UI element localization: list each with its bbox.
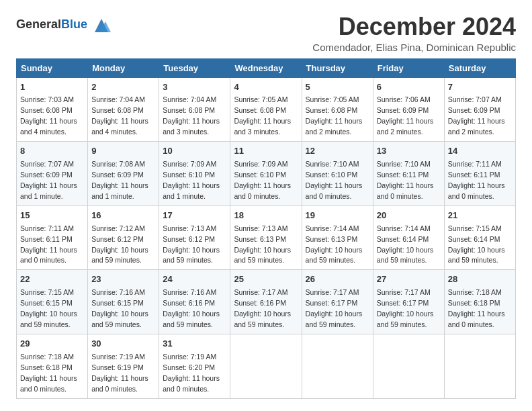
day-info: Sunrise: 7:11 AMSunset: 6:11 PMDaylight:… [20,224,77,265]
day-info: Sunrise: 7:06 AMSunset: 6:09 PMDaylight:… [377,95,434,136]
day-info: Sunrise: 7:09 AMSunset: 6:10 PMDaylight:… [234,160,291,200]
calendar-cell: 11 Sunrise: 7:09 AMSunset: 6:10 PMDaylig… [230,142,302,206]
calendar-cell: 30 Sunrise: 7:19 AMSunset: 6:19 PMDaylig… [88,334,159,398]
calendar-week-row: 8 Sunrise: 7:07 AMSunset: 6:09 PMDayligh… [17,142,516,206]
calendar-cell [373,334,444,398]
day-info: Sunrise: 7:17 AMSunset: 6:16 PMDaylight:… [234,288,291,328]
calendar-cell: 17 Sunrise: 7:13 AMSunset: 6:12 PMDaylig… [159,205,230,270]
day-info: Sunrise: 7:05 AMSunset: 6:08 PMDaylight:… [234,95,291,136]
month-title: December 2024 [312,13,516,40]
logo-blue: Blue [61,17,87,31]
calendar-week-row: 15 Sunrise: 7:11 AMSunset: 6:11 PMDaylig… [17,205,516,270]
day-number: 21 [448,210,512,222]
day-info: Sunrise: 7:04 AMSunset: 6:08 PMDaylight:… [163,95,220,136]
calendar-cell: 26 Sunrise: 7:17 AMSunset: 6:17 PMDaylig… [302,270,373,334]
title-area: December 2024 Comendador, Elias Pina, Do… [312,13,516,53]
calendar-cell: 2 Sunrise: 7:04 AMSunset: 6:08 PMDayligh… [88,77,159,142]
day-number: 9 [91,145,155,158]
weekday-header-wednesday: Wednesday [230,58,302,77]
day-number: 24 [163,273,226,286]
calendar-cell: 8 Sunrise: 7:07 AMSunset: 6:09 PMDayligh… [17,142,88,206]
calendar-cell: 29 Sunrise: 7:18 AMSunset: 6:18 PMDaylig… [17,334,88,398]
calendar-cell: 5 Sunrise: 7:05 AMSunset: 6:08 PMDayligh… [302,77,373,142]
day-number: 14 [448,145,512,158]
logo: GeneralBlue [16,16,111,35]
location-subtitle: Comendador, Elias Pina, Dominican Republ… [312,42,516,53]
calendar-cell: 19 Sunrise: 7:14 AMSunset: 6:13 PMDaylig… [302,205,373,270]
weekday-header-row: SundayMondayTuesdayWednesdayThursdayFrid… [17,58,516,77]
calendar-cell [230,334,302,398]
day-info: Sunrise: 7:13 AMSunset: 6:12 PMDaylight:… [163,224,220,265]
day-info: Sunrise: 7:07 AMSunset: 6:09 PMDaylight:… [20,160,77,200]
header: GeneralBlue December 2024 Comendador, El… [16,13,516,53]
calendar-cell: 25 Sunrise: 7:17 AMSunset: 6:16 PMDaylig… [230,270,302,334]
calendar-cell: 6 Sunrise: 7:06 AMSunset: 6:09 PMDayligh… [373,77,444,142]
day-number: 13 [377,145,441,158]
day-number: 26 [306,273,369,286]
calendar-cell: 24 Sunrise: 7:16 AMSunset: 6:16 PMDaylig… [159,270,230,334]
calendar-cell: 28 Sunrise: 7:18 AMSunset: 6:18 PMDaylig… [444,270,515,334]
day-number: 1 [20,81,84,94]
day-info: Sunrise: 7:14 AMSunset: 6:14 PMDaylight:… [377,224,434,265]
calendar-cell [302,334,373,398]
day-info: Sunrise: 7:14 AMSunset: 6:13 PMDaylight:… [306,224,363,265]
logo-icon [92,16,111,35]
day-info: Sunrise: 7:17 AMSunset: 6:17 PMDaylight:… [306,288,363,328]
logo-general: General [16,17,61,31]
calendar-cell: 12 Sunrise: 7:10 AMSunset: 6:10 PMDaylig… [302,142,373,206]
day-info: Sunrise: 7:19 AMSunset: 6:19 PMDaylight:… [91,353,148,393]
day-info: Sunrise: 7:11 AMSunset: 6:11 PMDaylight:… [448,160,505,200]
calendar-cell: 27 Sunrise: 7:17 AMSunset: 6:17 PMDaylig… [373,270,444,334]
day-info: Sunrise: 7:18 AMSunset: 6:18 PMDaylight:… [20,353,77,393]
calendar-cell: 7 Sunrise: 7:07 AMSunset: 6:09 PMDayligh… [444,77,515,142]
calendar-cell: 16 Sunrise: 7:12 AMSunset: 6:12 PMDaylig… [88,205,159,270]
day-number: 2 [91,81,155,94]
calendar-cell: 4 Sunrise: 7:05 AMSunset: 6:08 PMDayligh… [230,77,302,142]
calendar-cell: 31 Sunrise: 7:19 AMSunset: 6:20 PMDaylig… [159,334,230,398]
day-number: 17 [163,210,226,222]
calendar-cell: 9 Sunrise: 7:08 AMSunset: 6:09 PMDayligh… [88,142,159,206]
calendar-week-row: 1 Sunrise: 7:03 AMSunset: 6:08 PMDayligh… [17,77,516,142]
day-number: 10 [163,145,226,158]
day-number: 15 [20,210,84,222]
day-number: 19 [306,210,369,222]
day-number: 16 [91,210,155,222]
day-number: 3 [163,81,226,94]
day-info: Sunrise: 7:09 AMSunset: 6:10 PMDaylight:… [163,160,220,200]
day-number: 6 [377,81,441,94]
day-info: Sunrise: 7:03 AMSunset: 6:08 PMDaylight:… [20,95,77,136]
day-number: 18 [234,210,298,222]
day-info: Sunrise: 7:19 AMSunset: 6:20 PMDaylight:… [163,353,220,393]
day-info: Sunrise: 7:08 AMSunset: 6:09 PMDaylight:… [91,160,148,200]
day-number: 28 [448,273,512,286]
weekday-header-thursday: Thursday [302,58,373,77]
calendar-week-row: 22 Sunrise: 7:15 AMSunset: 6:15 PMDaylig… [17,270,516,334]
day-number: 5 [306,81,369,94]
day-number: 11 [234,145,298,158]
day-info: Sunrise: 7:10 AMSunset: 6:11 PMDaylight:… [377,160,434,200]
day-info: Sunrise: 7:18 AMSunset: 6:18 PMDaylight:… [448,288,505,328]
day-number: 25 [234,273,298,286]
weekday-header-saturday: Saturday [444,58,515,77]
calendar-cell: 15 Sunrise: 7:11 AMSunset: 6:11 PMDaylig… [17,205,88,270]
weekday-header-sunday: Sunday [17,58,88,77]
day-number: 30 [91,338,155,351]
calendar-cell: 14 Sunrise: 7:11 AMSunset: 6:11 PMDaylig… [444,142,515,206]
day-info: Sunrise: 7:15 AMSunset: 6:15 PMDaylight:… [20,288,77,328]
day-info: Sunrise: 7:13 AMSunset: 6:13 PMDaylight:… [234,224,291,265]
calendar-cell: 18 Sunrise: 7:13 AMSunset: 6:13 PMDaylig… [230,205,302,270]
day-number: 27 [377,273,441,286]
day-number: 23 [91,273,155,286]
day-info: Sunrise: 7:16 AMSunset: 6:16 PMDaylight:… [163,288,220,328]
calendar-cell: 10 Sunrise: 7:09 AMSunset: 6:10 PMDaylig… [159,142,230,206]
day-number: 31 [163,338,226,351]
calendar-week-row: 29 Sunrise: 7:18 AMSunset: 6:18 PMDaylig… [17,334,516,398]
day-info: Sunrise: 7:04 AMSunset: 6:08 PMDaylight:… [91,95,148,136]
day-number: 8 [20,145,84,158]
day-info: Sunrise: 7:16 AMSunset: 6:15 PMDaylight:… [91,288,148,328]
calendar-cell: 3 Sunrise: 7:04 AMSunset: 6:08 PMDayligh… [159,77,230,142]
day-info: Sunrise: 7:07 AMSunset: 6:09 PMDaylight:… [448,95,505,136]
calendar-table: SundayMondayTuesdayWednesdayThursdayFrid… [16,58,516,399]
calendar-cell: 13 Sunrise: 7:10 AMSunset: 6:11 PMDaylig… [373,142,444,206]
calendar-cell: 20 Sunrise: 7:14 AMSunset: 6:14 PMDaylig… [373,205,444,270]
